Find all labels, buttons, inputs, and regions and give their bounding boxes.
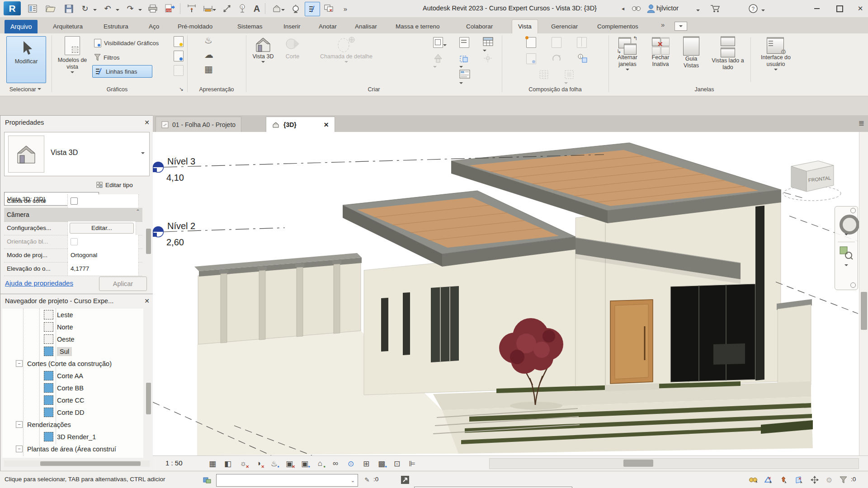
section-icon[interactable]: [288, 2, 303, 15]
panel-label-apresentacao[interactable]: Apresentação: [187, 85, 246, 94]
panel-label-selecionar[interactable]: Selecionar: [0, 85, 51, 94]
help-dropdown-icon[interactable]: [761, 9, 765, 13]
zoom-dropdown-icon[interactable]: [844, 264, 848, 268]
tree-item-norte[interactable]: Norte: [2, 321, 143, 333]
tree-group-plantas-de-area[interactable]: −Plantas de área (Área construí: [2, 443, 143, 455]
tab-anotar[interactable]: Anotar: [313, 20, 343, 33]
reveal-hidden-elements-icon[interactable]: ⊙: [344, 458, 357, 469]
browser-scrollbar-vertical[interactable]: [146, 383, 151, 414]
sheet-number-icon[interactable]: 1: [577, 53, 588, 63]
redo-icon[interactable]: ↷: [123, 2, 137, 15]
select-pinned-elements-icon[interactable]: [778, 475, 789, 485]
insert-from-file-icon[interactable]: [526, 53, 536, 66]
tree-item-sul[interactable]: Sul: [2, 345, 143, 357]
tree-item-corte-aa[interactable]: Corte AA: [2, 370, 143, 382]
select-elements-by-face-icon[interactable]: ✕: [794, 475, 805, 485]
camera-edit-button[interactable]: Editar...: [70, 223, 134, 234]
panel-label-janelas[interactable]: Janelas: [609, 85, 800, 94]
show-graphics-2-icon[interactable]: [174, 51, 184, 63]
tab-folha-a0[interactable]: 01 - Folha A0 - Projeto: [156, 117, 241, 132]
crop-region-visibility-icon[interactable]: ▣●: [298, 458, 311, 469]
tab-views-button[interactable]: Guia Vistas: [677, 36, 705, 69]
worksets-icon[interactable]: [202, 475, 212, 485]
redo-dropdown-icon[interactable]: [138, 9, 142, 13]
tree-item-3d-render-1[interactable]: 3D Render_1: [2, 431, 143, 443]
tile-views-button[interactable]: Vistas lado a lado: [707, 36, 749, 71]
tab-estrutura[interactable]: Estrutura: [98, 20, 134, 33]
tab-vista[interactable]: Vista: [512, 19, 538, 33]
properties-help-link[interactable]: Ajuda de propriedades: [5, 279, 73, 287]
property-row[interactable]: Orientação bl...: [4, 235, 142, 249]
plan-views-icon[interactable]: [433, 37, 447, 50]
viewport-scrollbar-horizontal[interactable]: [489, 458, 859, 469]
save-icon[interactable]: [61, 2, 76, 15]
tree-item-corte-dd[interactable]: Corte DD: [2, 406, 143, 418]
tab-analisar[interactable]: Analisar: [349, 20, 383, 33]
scope-box-icon[interactable]: [483, 53, 493, 63]
search-icon[interactable]: [629, 2, 644, 15]
crop-view-icon[interactable]: ▣✕: [283, 458, 296, 469]
section-collapse-icon[interactable]: ˆ: [137, 209, 139, 216]
user-dropdown-icon[interactable]: [696, 9, 700, 13]
callout-button[interactable]: Chamada de detalhe: [307, 36, 385, 65]
thin-lines-button[interactable]: Linhas finas: [92, 65, 152, 78]
drafting-view-icon[interactable]: [459, 37, 469, 50]
selection-filter-icon[interactable]: [838, 475, 849, 485]
drag-elements-on-selection-icon[interactable]: [809, 475, 820, 485]
revisions-icon[interactable]: [552, 53, 561, 63]
tab-arquitetura[interactable]: Arquitetura: [47, 20, 89, 33]
zoom-icon[interactable]: [840, 246, 853, 260]
editable-elements-icon[interactable]: ✎: [362, 475, 373, 485]
3d-view-dropdown-icon[interactable]: [281, 9, 285, 13]
help-icon[interactable]: ?: [746, 2, 760, 15]
aligned-dimension-icon[interactable]: [201, 2, 215, 15]
maximize-button[interactable]: [832, 4, 847, 14]
collapse-icon[interactable]: −: [16, 446, 23, 452]
browser-scrollbar-horizontal[interactable]: [4, 460, 150, 467]
checkbox[interactable]: [71, 197, 78, 205]
section-button[interactable]: Corte: [279, 36, 306, 60]
navbar-options-icon[interactable]: [850, 282, 856, 288]
selection-gear-icon[interactable]: ⚙: [824, 475, 835, 485]
undo-icon[interactable]: ↶: [100, 2, 115, 15]
type-dropdown-icon[interactable]: [141, 152, 145, 156]
view-reference-icon[interactable]: [577, 37, 587, 50]
close-icon[interactable]: ✕: [144, 116, 150, 129]
tab-overflow-icon[interactable]: »: [661, 21, 665, 28]
viewport-scrollbar-vertical[interactable]: [859, 132, 868, 455]
title-block-icon[interactable]: [552, 37, 561, 50]
design-options-icon[interactable]: [400, 475, 410, 485]
tree-item-corte-cc[interactable]: Corte CC: [2, 394, 143, 406]
elevation-icon[interactable]: [433, 53, 443, 71]
property-row[interactable]: Caixa de corte: [4, 194, 142, 208]
close-hidden-windows-icon[interactable]: ✕: [322, 2, 336, 15]
qat-overflow-icon[interactable]: »: [338, 2, 353, 15]
displacement-sets-icon[interactable]: ⊡: [391, 458, 403, 469]
panel-label-graficos[interactable]: Gráficos: [52, 85, 183, 94]
text-tool-icon[interactable]: A: [250, 2, 264, 15]
tab-inserir[interactable]: Inserir: [278, 20, 307, 33]
scale-button[interactable]: 1 : 50: [165, 459, 183, 467]
select-underlay-elements-icon[interactable]: ✕: [763, 475, 774, 485]
show-graphics-1-icon[interactable]: [174, 36, 184, 49]
filters-button[interactable]: Filtros: [94, 52, 119, 63]
property-row[interactable]: Configurações... Editar...: [4, 221, 142, 235]
property-row[interactable]: Modo de proj... Ortogonal: [4, 249, 142, 263]
tree-item-corte-bb[interactable]: Corte BB: [2, 382, 143, 394]
modify-button[interactable]: Modificar: [6, 36, 46, 83]
minimize-button[interactable]: [809, 4, 825, 14]
sun-path-icon[interactable]: ☼✕: [237, 458, 250, 469]
level-annotation-nivel-2[interactable]: Nível 2 2,60: [153, 221, 285, 247]
tab-gerenciar[interactable]: Gerenciar: [545, 20, 584, 33]
reveal-constraints-icon[interactable]: ⊫: [406, 458, 419, 469]
collapse-icon[interactable]: −: [16, 421, 23, 428]
schedules-icon[interactable]: [483, 37, 494, 55]
collapse-icon[interactable]: −: [16, 360, 23, 367]
tree-group-cortes[interactable]: −Cortes (Corte da construção): [2, 357, 143, 370]
panel-label-composicao[interactable]: Composição da folha: [502, 85, 609, 94]
revit-logo-icon[interactable]: R: [4, 1, 21, 15]
close-icon[interactable]: ✕: [144, 294, 150, 308]
properties-scrollbar[interactable]: [146, 229, 151, 254]
tree-item-leste[interactable]: Leste: [2, 309, 143, 321]
tab-massa-e-terreno[interactable]: Massa e terreno: [390, 20, 446, 33]
